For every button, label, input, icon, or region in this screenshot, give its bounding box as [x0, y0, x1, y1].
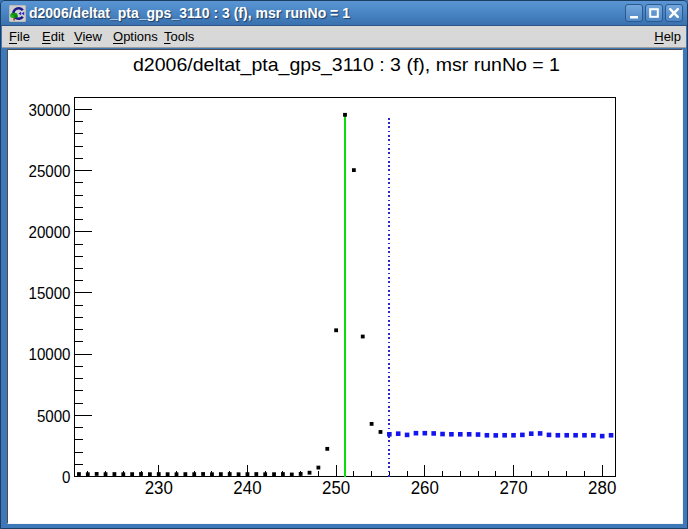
histogram-data-marker: [192, 472, 196, 476]
histogram-data-marker: [77, 472, 81, 476]
histogram-data-marker: [370, 422, 374, 426]
histogram-data-marker: [86, 472, 90, 476]
menu-item-file[interactable]: File: [9, 29, 30, 44]
post-t0-data-marker: [396, 431, 401, 436]
post-t0-data-marker: [556, 433, 561, 438]
x-tick-label: 260: [411, 478, 439, 498]
histogram-data-marker: [104, 472, 108, 476]
y-tick-label: 10000: [29, 345, 71, 364]
post-t0-data-marker: [467, 432, 472, 437]
menu-item-edit[interactable]: Edit: [42, 29, 64, 44]
histogram-data-marker: [334, 328, 338, 332]
maximize-button[interactable]: [645, 4, 663, 22]
histogram-data-marker: [130, 472, 134, 476]
histogram-data-marker: [343, 113, 347, 117]
histogram-data-marker: [237, 472, 241, 476]
histogram-data-marker: [139, 472, 143, 476]
post-t0-data-marker: [547, 433, 552, 438]
post-t0-data-marker: [538, 431, 543, 436]
post-t0-data-marker: [449, 432, 454, 437]
histogram-data-marker: [263, 472, 267, 476]
close-button[interactable]: [665, 4, 683, 22]
canvas-title: d2006/deltat_pta_gps_3110 : 3 (f), msr r…: [133, 54, 560, 76]
root-logo-icon: [9, 5, 26, 22]
post-t0-data-marker: [600, 434, 605, 439]
plot: d2006/deltat_pta_gps_3110 : 3 (f), msr r…: [8, 50, 682, 523]
histogram-data-marker: [281, 472, 285, 476]
post-t0-data-marker: [582, 433, 587, 438]
histogram-data-marker: [325, 447, 329, 451]
histogram-data-marker: [254, 472, 258, 476]
menu-item-view[interactable]: View: [74, 29, 102, 44]
histogram-data-marker: [210, 472, 214, 476]
menu-item-options[interactable]: Options: [113, 29, 158, 44]
histogram-data-marker: [299, 472, 303, 476]
histogram-data-marker: [246, 472, 250, 476]
x-tick-label: 270: [499, 478, 527, 498]
x-tick-label: 230: [145, 478, 173, 498]
y-tick-label: 25000: [29, 162, 71, 181]
histogram-data-marker: [228, 472, 232, 476]
root-canvas[interactable]: d2006/deltat_pta_gps_3110 : 3 (f), msr r…: [7, 49, 683, 524]
post-t0-data-marker: [414, 431, 419, 436]
histogram-data-marker: [308, 471, 312, 475]
minimize-icon: [626, 5, 642, 21]
histogram-data-marker: [157, 472, 161, 476]
y-tick-label: 30000: [29, 101, 71, 120]
minimize-button[interactable]: [625, 4, 643, 22]
post-t0-data-marker: [529, 431, 534, 436]
y-tick-label: 5000: [37, 407, 71, 426]
post-t0-data-marker: [476, 432, 481, 437]
x-tick-label: 280: [588, 478, 616, 498]
post-t0-data-marker: [573, 433, 578, 438]
menu-item-help[interactable]: Help: [654, 29, 681, 44]
post-t0-data-marker: [431, 431, 436, 436]
post-t0-data-marker: [591, 433, 596, 438]
histogram-data-marker: [175, 472, 179, 476]
post-t0-data-marker: [564, 433, 569, 438]
menu-item-tools[interactable]: Tools: [164, 29, 194, 44]
histogram-data-marker: [183, 472, 187, 476]
post-t0-data-marker: [423, 431, 428, 436]
histogram-data-marker: [379, 430, 383, 434]
y-tick-label: 0: [62, 468, 70, 487]
post-t0-data-marker: [502, 433, 507, 438]
histogram-data-marker: [148, 472, 152, 476]
histogram-data-marker: [95, 472, 99, 476]
histogram-data-marker: [121, 472, 125, 476]
window-title: d2006/deltat_pta_gps_3110 : 3 (f), msr r…: [29, 5, 350, 21]
histogram-data-marker: [272, 472, 276, 476]
post-t0-data-marker: [405, 433, 410, 438]
titlebar[interactable]: d2006/deltat_pta_gps_3110 : 3 (f), msr r…: [1, 1, 687, 26]
maximize-icon: [646, 5, 662, 21]
histogram-data-marker: [219, 472, 223, 476]
y-tick-label: 20000: [29, 223, 71, 242]
post-t0-data-marker: [458, 432, 463, 437]
root-canvas-window: d2006/deltat_pta_gps_3110 : 3 (f), msr r…: [0, 0, 688, 529]
histogram-data-marker: [290, 473, 294, 477]
histogram-data-marker: [316, 466, 320, 470]
histogram-data-marker: [113, 472, 117, 476]
histogram-data-marker: [201, 472, 205, 476]
x-tick-label: 250: [322, 478, 350, 498]
menubar: FileEditViewOptionsToolsHelp: [2, 26, 686, 48]
post-t0-data-marker: [511, 433, 516, 438]
post-t0-data-marker: [493, 433, 498, 438]
close-icon: [666, 5, 682, 21]
x-tick-label: 240: [233, 478, 261, 498]
histogram-data-marker: [166, 472, 170, 476]
histogram-data-marker: [361, 335, 365, 339]
histogram-data-marker: [352, 168, 356, 172]
post-t0-data-marker: [387, 432, 392, 437]
y-tick-label: 15000: [29, 284, 71, 303]
post-t0-data-marker: [520, 433, 525, 438]
post-t0-data-marker: [485, 433, 490, 438]
post-t0-data-marker: [609, 433, 614, 438]
post-t0-data-marker: [440, 432, 445, 437]
